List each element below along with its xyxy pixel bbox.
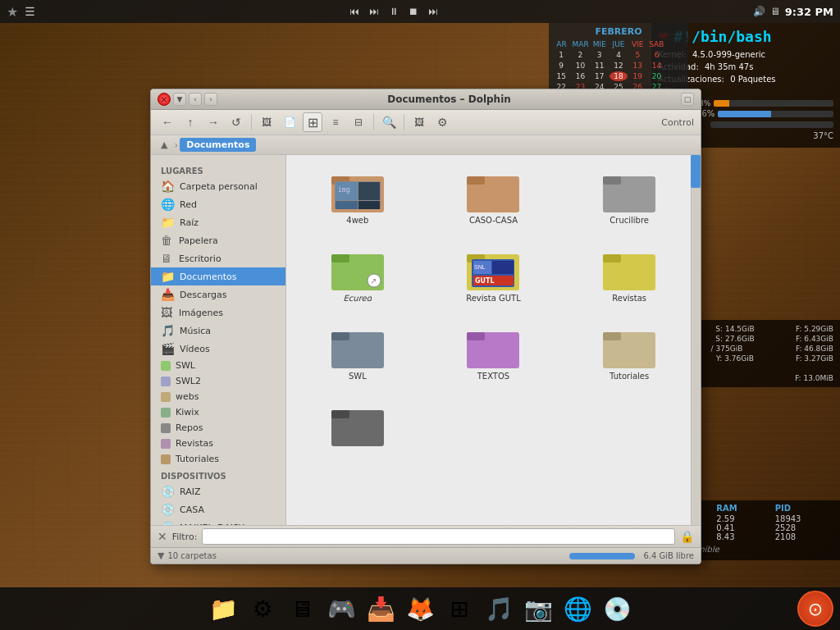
detail-view-btn[interactable]: ≡ (326, 112, 345, 132)
sidebar-item-raiz[interactable]: 📁 Raíz (151, 213, 285, 231)
file-item-tutoriales-folder[interactable]: Tutoriales (568, 321, 691, 386)
sidebar-item-escritorio[interactable]: 🖥 Escritorio (151, 249, 285, 267)
raiz-dev-label: RAIZ (180, 486, 201, 497)
icon-view-btn[interactable]: 🖼 (257, 112, 276, 132)
search-button[interactable]: 🔍 (379, 112, 399, 132)
sidebar-item-tutoriales[interactable]: Tutoriales (151, 451, 285, 467)
status-left: ▼ 10 carpetas (158, 550, 217, 561)
star-icon[interactable]: ★ (7, 4, 18, 20)
addr-up-btn[interactable]: ▲ (158, 138, 171, 152)
close-button[interactable]: ✕ (158, 93, 171, 106)
reload-button[interactable]: ↺ (226, 112, 246, 132)
taskbar-browser[interactable]: 🦊 (402, 591, 438, 627)
file-item-4web[interactable]: img 4web (296, 165, 419, 230)
folder-count: 10 carpetas (167, 551, 216, 560)
nav-fwd-btn[interactable]: › (204, 93, 217, 106)
back-button[interactable]: ← (158, 112, 177, 132)
taskbar-download[interactable]: 📥 (363, 591, 399, 627)
file-item-revistas[interactable]: Revistas (568, 243, 691, 308)
mem1-fill (718, 111, 771, 117)
grid-view-btn[interactable]: ⊞ (303, 112, 322, 132)
sidebar-item-raiz-dev[interactable]: 💿 RAIZ (151, 482, 285, 500)
media-rewind-btn[interactable]: ⏭ (366, 4, 382, 19)
file-name-4web: 4web (346, 216, 368, 225)
media-prev-btn[interactable]: ⏮ (346, 4, 363, 19)
list-view-btn[interactable]: 📄 (280, 112, 299, 132)
menu-icon[interactable]: ☰ (25, 5, 35, 18)
media-next-btn[interactable]: ⏭ (425, 4, 441, 19)
calendar-month: FEBRERO (552, 26, 685, 37)
file-item-extra[interactable] (296, 399, 419, 451)
dispositivos-header: Dispositivos (151, 470, 285, 482)
sidebar-item-swl2[interactable]: SWL2 (151, 373, 285, 389)
media-stop-btn[interactable]: ⏹ (405, 4, 422, 19)
preview-button[interactable]: 🖼 (409, 112, 429, 132)
sidebar-item-musica[interactable]: 🎵 Música (151, 322, 285, 340)
cpu2-fill (714, 100, 729, 107)
settings-button[interactable]: ⚙ (432, 112, 452, 132)
sidebar-item-maikel-daisy[interactable]: 💿 MAIKEL_DAISY (151, 518, 285, 525)
sidebar-item-repos[interactable]: Repos (151, 420, 285, 436)
scrollbar[interactable] (691, 155, 701, 525)
top-panel: ★ ☰ ⏮ ⏭ ⏸ ⏹ ⏭ 🔊 🖥 9:32 PM (0, 0, 840, 23)
filter-lock-icon[interactable]: 🔒 (680, 530, 694, 543)
sidebar: Lugares 🏠 Carpeta personal 🌐 Red 📁 Raíz … (151, 155, 286, 525)
file-item-ecured[interactable]: ↗ Ecured (296, 243, 419, 308)
taskbar-grid1[interactable]: ⊞ (441, 591, 477, 627)
compact-view-btn[interactable]: ⊟ (349, 112, 368, 132)
swl-color (161, 361, 171, 371)
power-icon[interactable]: 🖥 (770, 6, 780, 17)
file-item-crucilibre[interactable]: Crucilibre (568, 165, 691, 230)
toolbar: ← ↑ → ↺ 🖼 📄 ⊞ ≡ ⊟ 🔍 🖼 ⚙ Control (151, 110, 701, 135)
videos-label: Vídeos (180, 344, 210, 354)
swl2-label: SWL2 (176, 376, 201, 386)
taskbar-terminal[interactable]: 🖥 (284, 591, 320, 627)
volume-icon[interactable]: 🔊 (753, 6, 765, 17)
sidebar-item-casa[interactable]: 💿 CASA (151, 500, 285, 518)
filter-close-btn[interactable]: ✕ (158, 530, 167, 543)
folder-swl-icon (331, 326, 384, 368)
filter-input[interactable] (202, 528, 675, 545)
taskbar-settings[interactable]: ⚙ (244, 591, 281, 627)
media-pause-btn[interactable]: ⏸ (386, 4, 402, 19)
file-item-swl-folder[interactable]: SWL (296, 321, 419, 386)
file-grid: img 4web CASO-CASA (286, 155, 701, 525)
sidebar-item-imagenes[interactable]: 🖼 Imágenes (151, 304, 285, 322)
repos-label: Repos (176, 422, 203, 433)
ubuntu-button[interactable]: ⊙ (797, 591, 833, 627)
breadcrumb-current[interactable]: Documentos (180, 138, 256, 152)
taskbar: 📁 ⚙ 🖥 🎮 📥 🦊 ⊞ 🎵 📷 🌐 💿 (0, 587, 840, 630)
taskbar-files-icon: 📁 (209, 596, 238, 623)
sidebar-item-swl[interactable]: SWL (151, 358, 285, 373)
actividad-val: 4h 35m 47s (705, 62, 753, 71)
sidebar-item-kiwix[interactable]: Kiwix (151, 404, 285, 420)
minimize-button[interactable]: ▼ (173, 93, 186, 106)
taskbar-photo[interactable]: 📷 (520, 591, 556, 627)
file-item-caso-casa[interactable]: CASO-CASA (432, 165, 555, 230)
sidebar-item-red[interactable]: 🌐 Red (151, 195, 285, 213)
sidebar-item-revistas[interactable]: Revistas (151, 436, 285, 451)
maximize-button[interactable]: □ (681, 93, 694, 106)
sidebar-item-papelera[interactable]: 🗑 Papelera (151, 231, 285, 249)
sidebar-item-webs[interactable]: webs (151, 389, 285, 404)
scroll-thumb[interactable] (691, 155, 701, 188)
taskbar-music-icon: 🎵 (485, 596, 514, 623)
taskbar-network[interactable]: 🌐 (559, 591, 596, 627)
sidebar-item-descargas[interactable]: 📥 Descargas (151, 285, 285, 304)
taskbar-games[interactable]: 🎮 (323, 591, 359, 627)
sidebar-item-documentos[interactable]: 📁 Documentos (151, 267, 285, 285)
disk-raiz-icon: 💿 (161, 485, 175, 498)
file-item-revista-gutl[interactable]: SNL GUTL Revista GUTL (432, 243, 555, 308)
up-button[interactable]: ↑ (180, 112, 200, 132)
nav-back-btn[interactable]: ‹ (189, 93, 202, 106)
sidebar-item-videos[interactable]: 🎬 Vídeos (151, 340, 285, 358)
sidebar-item-carpeta-personal[interactable]: 🏠 Carpeta personal (151, 177, 285, 195)
revistas-label: Revistas (176, 438, 213, 449)
file-item-textos[interactable]: TEXTOS (432, 321, 555, 386)
taskbar-music[interactable]: 🎵 (481, 591, 517, 627)
folder-extra-icon (331, 404, 384, 446)
taskbar-files[interactable]: 📁 (205, 591, 241, 627)
forward-button[interactable]: → (203, 112, 223, 132)
taskbar-dvd[interactable]: 💿 (599, 591, 635, 627)
tutoriales-color (161, 454, 171, 464)
